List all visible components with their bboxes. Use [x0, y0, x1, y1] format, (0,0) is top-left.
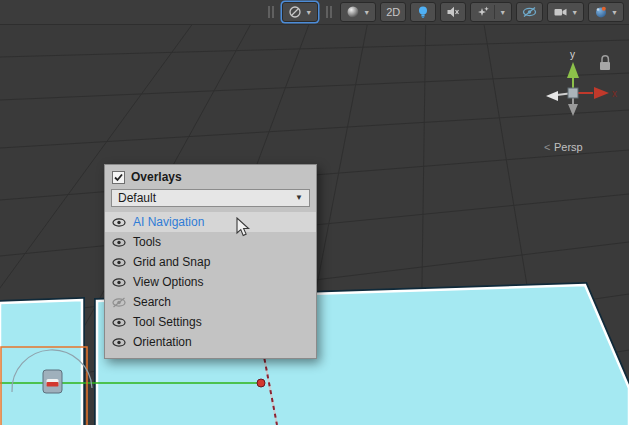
light-bulb-icon [416, 5, 430, 19]
speaker-muted-icon [446, 5, 460, 19]
projection-arrow: < [544, 141, 550, 153]
overlay-item-label: Grid and Snap [133, 255, 210, 269]
eye-visible-icon [112, 237, 126, 248]
effects-dropdown-button[interactable]: ▼ [470, 2, 512, 22]
shaded-sphere-icon [346, 5, 360, 19]
orientation-gizmo[interactable]: y x [546, 49, 617, 116]
projection-text: Persp [554, 141, 583, 153]
chevron-down-icon: ▼ [611, 9, 618, 16]
scene-view-toolbar: ▼ ▼ 2D [0, 0, 629, 25]
overlays-enabled-checkbox[interactable] [112, 171, 125, 184]
overlay-item-search[interactable]: Search [105, 292, 316, 312]
camera-dropdown-button[interactable]: ▼ [547, 2, 584, 22]
chevron-down-icon: ▼ [571, 9, 578, 16]
gizmos-dropdown-button[interactable]: ▼ [588, 2, 624, 22]
overlays-popup-menu: Overlays Default ▼ AI Navigation Tools [104, 164, 317, 359]
object-gizmo-icon[interactable] [43, 370, 62, 393]
overlay-item-label: Search [133, 295, 171, 309]
scene-visibility-button[interactable] [516, 2, 543, 22]
button-divider [494, 5, 495, 19]
gizmo-down-cone [568, 104, 578, 116]
eye-crossed-icon [522, 5, 537, 19]
gizmo-orb-icon [594, 5, 608, 19]
overlay-item-view-options[interactable]: View Options [105, 272, 316, 292]
fx-sparkle-icon [476, 5, 490, 19]
2d-toggle-button[interactable]: 2D [380, 2, 406, 22]
overlays-menu-button[interactable]: ▼ [282, 2, 318, 22]
toolbar-drag-handle[interactable] [326, 6, 332, 18]
draw-mode-dropdown-button[interactable]: ▼ [340, 2, 376, 22]
overlay-item-label: AI Navigation [133, 215, 204, 229]
overlay-item-tool-settings[interactable]: Tool Settings [105, 312, 316, 332]
gizmo-center-cube [568, 88, 578, 98]
overlay-item-label: View Options [133, 275, 203, 289]
camera-icon [553, 5, 568, 19]
projection-label[interactable]: < Persp [544, 141, 583, 153]
gizmo-left-cone [546, 91, 558, 101]
overlay-preset-value: Default [118, 191, 156, 205]
gizmo-x-label: x [612, 88, 617, 99]
chevron-down-icon: ▼ [295, 194, 303, 202]
gizmo-y-axis-cone [567, 62, 579, 78]
unity-scene-view: y x < Persp ▼ [0, 0, 629, 425]
toolbar-drag-handle[interactable] [268, 6, 274, 18]
audio-toggle-button[interactable] [440, 2, 466, 22]
eye-visible-icon [112, 337, 126, 348]
lock-icon[interactable] [600, 56, 610, 70]
room-left[interactable] [0, 300, 82, 425]
chevron-down-icon: ▼ [499, 9, 506, 16]
overlays-menu-title: Overlays [131, 170, 182, 184]
overlay-item-label: Orientation [133, 335, 192, 349]
overlay-item-grid-and-snap[interactable]: Grid and Snap [105, 252, 316, 272]
lighting-toggle-button[interactable] [410, 2, 436, 22]
gizmo-x-axis-cone [594, 87, 609, 99]
overlay-preset-dropdown[interactable]: Default ▼ [111, 189, 310, 207]
gizmo-y-label: y [570, 49, 575, 60]
mouse-cursor [236, 217, 252, 238]
eye-visible-icon [112, 317, 126, 328]
eye-visible-icon [112, 257, 126, 268]
checkmark-icon [113, 172, 124, 183]
overlay-item-label: Tools [133, 235, 161, 249]
chevron-down-icon: ▼ [305, 9, 312, 16]
overlay-item-tools[interactable]: Tools [105, 232, 316, 252]
overlay-item-ai-navigation[interactable]: AI Navigation [105, 212, 316, 232]
2d-toggle-label: 2D [386, 6, 400, 18]
eye-visible-icon [112, 277, 126, 288]
eye-hidden-icon [112, 297, 126, 308]
overlays-menu-header: Overlays [105, 165, 316, 188]
overlay-item-orientation[interactable]: Orientation [105, 332, 316, 352]
overlay-item-label: Tool Settings [133, 315, 202, 329]
chevron-down-icon: ▼ [363, 9, 370, 16]
overlay-compass-icon [288, 5, 302, 19]
eye-visible-icon [112, 217, 126, 228]
waypoint-dot[interactable] [257, 379, 265, 387]
